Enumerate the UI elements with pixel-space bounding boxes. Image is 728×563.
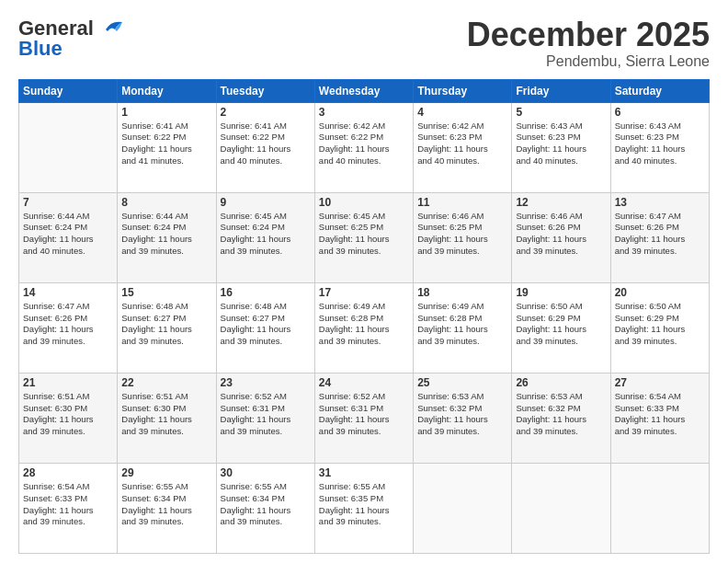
day-info: Sunrise: 6:44 AM Sunset: 6:24 PM Dayligh… — [121, 211, 211, 258]
calendar-cell: 7Sunrise: 6:44 AM Sunset: 6:24 PM Daylig… — [19, 192, 118, 282]
calendar-cell: 23Sunrise: 6:52 AM Sunset: 6:31 PM Dayli… — [216, 373, 314, 463]
day-number: 16 — [221, 286, 311, 299]
page: General Blue December 2025 Pendembu, Sie… — [0, 0, 728, 563]
calendar-cell: 27Sunrise: 6:54 AM Sunset: 6:33 PM Dayli… — [610, 373, 709, 463]
day-info: Sunrise: 6:41 AM Sunset: 6:22 PM Dayligh… — [121, 121, 211, 167]
day-info: Sunrise: 6:45 AM Sunset: 6:24 PM Dayligh… — [221, 211, 311, 258]
calendar-cell — [512, 463, 610, 553]
day-number: 28 — [23, 466, 113, 479]
day-info: Sunrise: 6:49 AM Sunset: 6:28 PM Dayligh… — [417, 301, 507, 348]
month-title: December 2025 — [467, 17, 710, 53]
day-number: 4 — [417, 106, 507, 119]
day-number: 14 — [23, 286, 113, 299]
day-info: Sunrise: 6:45 AM Sunset: 6:25 PM Dayligh… — [319, 211, 409, 258]
week-row-1: 1Sunrise: 6:41 AM Sunset: 6:22 PM Daylig… — [19, 102, 710, 192]
week-row-5: 28Sunrise: 6:54 AM Sunset: 6:33 PM Dayli… — [19, 463, 710, 553]
day-number: 2 — [221, 106, 311, 119]
day-number: 23 — [221, 376, 311, 389]
logo-bird-icon — [98, 18, 124, 39]
calendar-cell — [19, 102, 118, 192]
day-number: 18 — [417, 286, 507, 299]
day-number: 5 — [516, 106, 606, 119]
day-number: 21 — [23, 376, 113, 389]
day-info: Sunrise: 6:48 AM Sunset: 6:27 PM Dayligh… — [121, 301, 211, 348]
calendar-cell: 29Sunrise: 6:55 AM Sunset: 6:34 PM Dayli… — [118, 463, 216, 553]
day-number: 10 — [319, 196, 409, 209]
calendar-cell: 14Sunrise: 6:47 AM Sunset: 6:26 PM Dayli… — [19, 282, 118, 373]
weekday-header-friday: Friday — [512, 79, 610, 102]
calendar-cell: 26Sunrise: 6:53 AM Sunset: 6:32 PM Dayli… — [512, 373, 610, 463]
week-row-3: 14Sunrise: 6:47 AM Sunset: 6:26 PM Dayli… — [19, 282, 710, 373]
day-info: Sunrise: 6:46 AM Sunset: 6:26 PM Dayligh… — [516, 211, 606, 258]
day-info: Sunrise: 6:42 AM Sunset: 6:23 PM Dayligh… — [417, 121, 507, 167]
weekday-header-sunday: Sunday — [19, 79, 118, 102]
day-info: Sunrise: 6:54 AM Sunset: 6:33 PM Dayligh… — [615, 391, 705, 438]
day-number: 3 — [319, 106, 409, 119]
calendar-cell: 13Sunrise: 6:47 AM Sunset: 6:26 PM Dayli… — [610, 192, 709, 282]
day-number: 1 — [121, 106, 211, 119]
calendar-cell: 28Sunrise: 6:54 AM Sunset: 6:33 PM Dayli… — [19, 463, 118, 553]
day-info: Sunrise: 6:50 AM Sunset: 6:29 PM Dayligh… — [516, 301, 606, 348]
day-number: 13 — [615, 196, 705, 209]
day-info: Sunrise: 6:44 AM Sunset: 6:24 PM Dayligh… — [23, 211, 113, 258]
day-info: Sunrise: 6:41 AM Sunset: 6:22 PM Dayligh… — [221, 121, 311, 167]
day-number: 30 — [221, 466, 311, 479]
calendar-cell: 25Sunrise: 6:53 AM Sunset: 6:32 PM Dayli… — [414, 373, 512, 463]
calendar-cell: 1Sunrise: 6:41 AM Sunset: 6:22 PM Daylig… — [118, 102, 216, 192]
weekday-header-saturday: Saturday — [610, 79, 709, 102]
weekday-header-row: SundayMondayTuesdayWednesdayThursdayFrid… — [19, 79, 710, 102]
day-number: 27 — [615, 376, 705, 389]
day-info: Sunrise: 6:54 AM Sunset: 6:33 PM Dayligh… — [23, 481, 113, 528]
day-info: Sunrise: 6:49 AM Sunset: 6:28 PM Dayligh… — [319, 301, 409, 348]
day-number: 26 — [516, 376, 606, 389]
calendar-cell — [414, 463, 512, 553]
day-number: 19 — [516, 286, 606, 299]
calendar-cell: 21Sunrise: 6:51 AM Sunset: 6:30 PM Dayli… — [19, 373, 118, 463]
calendar-cell: 6Sunrise: 6:43 AM Sunset: 6:23 PM Daylig… — [610, 102, 709, 192]
day-info: Sunrise: 6:55 AM Sunset: 6:35 PM Dayligh… — [319, 481, 409, 528]
weekday-header-monday: Monday — [118, 79, 216, 102]
week-row-4: 21Sunrise: 6:51 AM Sunset: 6:30 PM Dayli… — [19, 373, 710, 463]
calendar-cell: 19Sunrise: 6:50 AM Sunset: 6:29 PM Dayli… — [512, 282, 610, 373]
day-info: Sunrise: 6:43 AM Sunset: 6:23 PM Dayligh… — [615, 121, 705, 167]
day-number: 15 — [121, 286, 211, 299]
day-info: Sunrise: 6:43 AM Sunset: 6:23 PM Dayligh… — [516, 121, 606, 167]
day-info: Sunrise: 6:55 AM Sunset: 6:34 PM Dayligh… — [221, 481, 311, 528]
week-row-2: 7Sunrise: 6:44 AM Sunset: 6:24 PM Daylig… — [19, 192, 710, 282]
day-number: 11 — [417, 196, 507, 209]
calendar-cell — [610, 463, 709, 553]
day-info: Sunrise: 6:46 AM Sunset: 6:25 PM Dayligh… — [417, 211, 507, 258]
day-info: Sunrise: 6:47 AM Sunset: 6:26 PM Dayligh… — [23, 301, 113, 348]
calendar-cell: 24Sunrise: 6:52 AM Sunset: 6:31 PM Dayli… — [314, 373, 413, 463]
calendar-table: SundayMondayTuesdayWednesdayThursdayFrid… — [18, 79, 710, 554]
day-info: Sunrise: 6:51 AM Sunset: 6:30 PM Dayligh… — [23, 391, 113, 438]
calendar-cell: 12Sunrise: 6:46 AM Sunset: 6:26 PM Dayli… — [512, 192, 610, 282]
day-number: 12 — [516, 196, 606, 209]
day-number: 29 — [121, 466, 211, 479]
weekday-header-thursday: Thursday — [414, 79, 512, 102]
day-number: 9 — [221, 196, 311, 209]
calendar-cell: 15Sunrise: 6:48 AM Sunset: 6:27 PM Dayli… — [118, 282, 216, 373]
day-info: Sunrise: 6:47 AM Sunset: 6:26 PM Dayligh… — [615, 211, 705, 258]
weekday-header-wednesday: Wednesday — [314, 79, 413, 102]
calendar-cell: 30Sunrise: 6:55 AM Sunset: 6:34 PM Dayli… — [216, 463, 314, 553]
day-number: 6 — [615, 106, 705, 119]
day-number: 8 — [121, 196, 211, 209]
calendar-cell: 2Sunrise: 6:41 AM Sunset: 6:22 PM Daylig… — [216, 102, 314, 192]
calendar-cell: 3Sunrise: 6:42 AM Sunset: 6:22 PM Daylig… — [314, 102, 413, 192]
day-info: Sunrise: 6:53 AM Sunset: 6:32 PM Dayligh… — [516, 391, 606, 438]
day-number: 17 — [319, 286, 409, 299]
calendar-cell: 4Sunrise: 6:42 AM Sunset: 6:23 PM Daylig… — [414, 102, 512, 192]
logo-blue: Blue — [18, 37, 63, 61]
weekday-header-tuesday: Tuesday — [216, 79, 314, 102]
title-block: December 2025 Pendembu, Sierra Leone — [467, 17, 710, 70]
calendar-cell: 9Sunrise: 6:45 AM Sunset: 6:24 PM Daylig… — [216, 192, 314, 282]
calendar-cell: 5Sunrise: 6:43 AM Sunset: 6:23 PM Daylig… — [512, 102, 610, 192]
header: General Blue December 2025 Pendembu, Sie… — [18, 17, 710, 70]
logo: General Blue — [18, 17, 124, 61]
calendar-cell: 10Sunrise: 6:45 AM Sunset: 6:25 PM Dayli… — [314, 192, 413, 282]
calendar-cell: 8Sunrise: 6:44 AM Sunset: 6:24 PM Daylig… — [118, 192, 216, 282]
day-info: Sunrise: 6:55 AM Sunset: 6:34 PM Dayligh… — [121, 481, 211, 528]
location: Pendembu, Sierra Leone — [467, 53, 710, 70]
day-info: Sunrise: 6:48 AM Sunset: 6:27 PM Dayligh… — [221, 301, 311, 348]
